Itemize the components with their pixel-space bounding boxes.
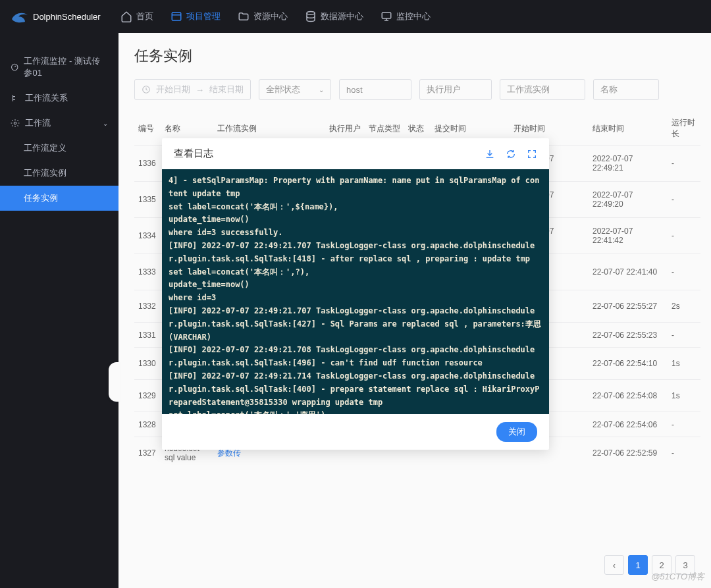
modal-actions xyxy=(485,149,537,159)
modal-mask: 查看日志 4] - setSqlParamsMap: Property with… xyxy=(0,0,711,588)
fullscreen-icon[interactable] xyxy=(527,149,537,159)
log-modal: 查看日志 4] - setSqlParamsMap: Property with… xyxy=(162,138,549,450)
download-icon[interactable] xyxy=(485,149,495,159)
close-button[interactable]: 关闭 xyxy=(496,422,537,442)
refresh-icon[interactable] xyxy=(506,149,516,159)
modal-title: 查看日志 xyxy=(174,147,213,160)
modal-header: 查看日志 xyxy=(162,138,549,169)
modal-footer: 关闭 xyxy=(162,414,549,450)
watermark: @51CTO博客 xyxy=(651,571,704,583)
log-content[interactable]: 4] - setSqlParamsMap: Property with para… xyxy=(162,169,549,414)
